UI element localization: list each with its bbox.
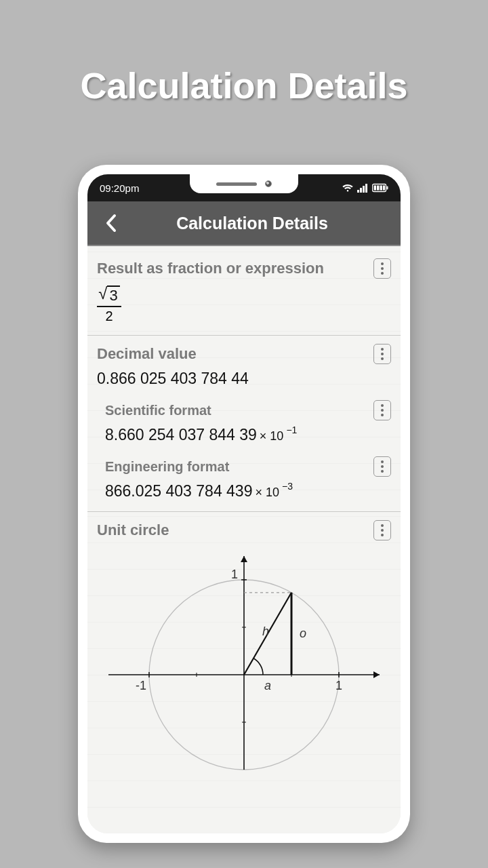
scientific-value: 8.660 254 037 844 39 × 10 −1 (105, 426, 391, 444)
engineering-mantissa: 866.025 403 784 439 (105, 482, 252, 500)
more-button-decimal[interactable] (373, 344, 391, 364)
section-decimal: Decimal value 0.866 025 403 784 44 Scien… (87, 335, 401, 511)
label-opposite: o (300, 627, 306, 640)
unit-circle-label: Unit circle (97, 521, 169, 539)
wifi-icon (342, 183, 353, 193)
more-button-scientific[interactable] (373, 400, 391, 420)
svg-rect-2 (363, 186, 365, 193)
engineering-label: Engineering format (105, 459, 229, 475)
svg-rect-3 (365, 184, 367, 193)
label-adjacent: a (264, 679, 271, 692)
phone-screen: 09:20pm Calculation Details Resu (87, 174, 401, 833)
subsection-engineering: Engineering format 866.025 403 784 439 ×… (97, 456, 391, 500)
speaker-grill (216, 182, 257, 186)
header-title: Calculation Details (112, 214, 392, 233)
battery-icon (372, 183, 388, 193)
decimal-value: 0.866 025 403 784 44 (97, 370, 391, 388)
more-button-unit-circle[interactable] (373, 520, 391, 540)
denominator: 2 (105, 309, 113, 324)
engineering-times: × 10 (255, 486, 279, 500)
app-header: Calculation Details (87, 201, 401, 246)
svg-rect-5 (387, 186, 388, 190)
radicand: 3 (107, 285, 119, 304)
section-unit-circle: Unit circle (87, 511, 401, 787)
scientific-mantissa: 8.660 254 037 844 39 (105, 426, 257, 444)
unit-circle-diagram: -1 1 1 h o a (97, 546, 391, 776)
status-bar: 09:20pm (87, 174, 401, 201)
page-heading: Calculation Details (0, 0, 488, 106)
phone-notch (190, 174, 298, 193)
scientific-exponent: −1 (286, 425, 297, 435)
fraction-label: Result as fraction or expression (97, 260, 324, 277)
svg-rect-9 (383, 186, 385, 191)
svg-rect-7 (377, 186, 380, 191)
more-button-fraction[interactable] (373, 258, 391, 279)
section-fraction: Result as fraction or expression √ 3 2 (87, 246, 401, 335)
scientific-label: Scientific format (105, 403, 211, 418)
phone-frame: 09:20pm Calculation Details Resu (78, 165, 410, 843)
axis-label-pos-y: 1 (231, 568, 238, 581)
decimal-label: Decimal value (97, 345, 197, 363)
engineering-exponent: −3 (282, 481, 293, 492)
subsection-scientific: Scientific format 8.660 254 037 844 39 ×… (97, 400, 391, 444)
svg-rect-6 (374, 186, 377, 191)
scientific-times: × 10 (260, 429, 284, 443)
status-icons (342, 183, 388, 193)
more-button-engineering[interactable] (373, 456, 391, 477)
label-hypotenuse: h (262, 625, 269, 638)
axis-label-pos-x: 1 (336, 679, 342, 692)
engineering-value: 866.025 403 784 439 × 10 −3 (105, 482, 391, 500)
content-area[interactable]: Result as fraction or expression √ 3 2 (87, 246, 401, 833)
axis-label-neg-x: -1 (136, 679, 146, 692)
front-camera-icon (265, 180, 272, 187)
svg-rect-8 (380, 186, 383, 191)
svg-rect-0 (357, 190, 359, 193)
fraction-value: √ 3 2 (97, 285, 391, 324)
fraction-bar (97, 306, 121, 307)
radical-icon: √ (98, 285, 107, 302)
signal-icon (357, 183, 368, 193)
svg-rect-1 (360, 188, 362, 193)
status-time: 09:20pm (100, 182, 139, 194)
